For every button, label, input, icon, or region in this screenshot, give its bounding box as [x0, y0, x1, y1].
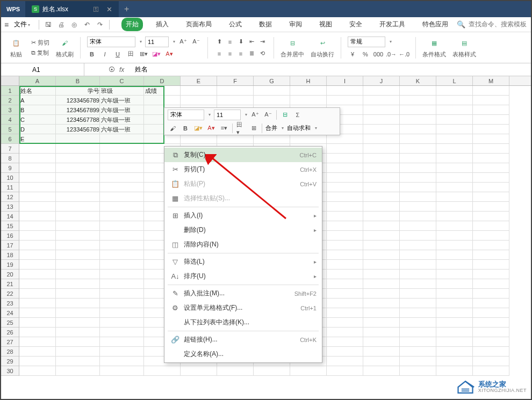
- fx-icon[interactable]: fx: [119, 66, 124, 74]
- cell[interactable]: [327, 173, 363, 183]
- file-menu[interactable]: 文件▾: [11, 19, 33, 30]
- mini-bold-icon[interactable]: B: [181, 123, 190, 133]
- cell[interactable]: [473, 366, 509, 376]
- cell[interactable]: [217, 134, 254, 144]
- ctx-item[interactable]: ⚙设置单元格格式(F)...Ctrl+1: [164, 301, 322, 315]
- cell[interactable]: [400, 163, 436, 173]
- cell[interactable]: [363, 231, 400, 241]
- align-top-icon[interactable]: ⬆: [214, 37, 224, 47]
- cell[interactable]: [100, 212, 144, 221]
- cell[interactable]: [56, 173, 100, 183]
- cell[interactable]: [56, 241, 100, 250]
- percent-icon[interactable]: %: [361, 49, 370, 59]
- tab-close-icon[interactable]: ✕: [106, 5, 112, 13]
- cell[interactable]: [144, 134, 181, 144]
- chevron-down-icon[interactable]: ▾: [173, 39, 175, 44]
- redo-icon[interactable]: ↷: [96, 21, 104, 28]
- cell[interactable]: [400, 270, 436, 279]
- col-header-G[interactable]: G: [254, 76, 290, 85]
- cell[interactable]: 姓名: [19, 86, 56, 96]
- cell[interactable]: [56, 163, 100, 173]
- cell[interactable]: [436, 231, 473, 241]
- row-header-4[interactable]: 4: [1, 115, 19, 125]
- cell[interactable]: [19, 202, 56, 212]
- cell[interactable]: [19, 270, 56, 279]
- increase-font-icon[interactable]: A⁺: [178, 37, 188, 47]
- font-name-select[interactable]: [87, 37, 135, 47]
- cell[interactable]: [436, 192, 473, 202]
- cell[interactable]: [400, 308, 436, 318]
- tab-view[interactable]: 视图: [315, 18, 336, 31]
- cell[interactable]: [363, 154, 400, 163]
- name-box[interactable]: A1: [1, 63, 84, 76]
- row-header-11[interactable]: 11: [1, 183, 19, 192]
- cell[interactable]: [436, 289, 473, 299]
- cell[interactable]: [473, 105, 509, 115]
- cell[interactable]: [400, 173, 436, 183]
- ctx-item[interactable]: 从下拉列表中选择(K)...: [164, 315, 322, 330]
- cell[interactable]: [363, 125, 400, 134]
- cell[interactable]: 学号: [56, 86, 100, 96]
- row-header-26[interactable]: 26: [1, 328, 19, 337]
- cell[interactable]: [56, 202, 100, 212]
- paste-button[interactable]: 📋 粘贴: [8, 37, 25, 59]
- row-header-23[interactable]: 23: [1, 299, 19, 308]
- cell[interactable]: [254, 86, 290, 96]
- indent-decrease-icon[interactable]: ⇤: [247, 37, 256, 47]
- cell[interactable]: 班级: [100, 86, 144, 96]
- cell[interactable]: [144, 366, 181, 376]
- col-header-L[interactable]: L: [436, 76, 473, 85]
- print-icon[interactable]: 🖨: [57, 21, 65, 28]
- cell[interactable]: [363, 250, 400, 260]
- cell[interactable]: [217, 96, 254, 105]
- mini-merge-icon[interactable]: ⊟: [280, 110, 290, 120]
- cell[interactable]: [217, 86, 254, 96]
- decrease-font-icon[interactable]: A⁻: [191, 37, 201, 47]
- cell[interactable]: [100, 173, 144, 183]
- cell[interactable]: [100, 289, 144, 299]
- mini-fontcolor-icon[interactable]: A▾: [206, 123, 216, 133]
- cell[interactable]: [100, 231, 144, 241]
- cell[interactable]: [473, 289, 509, 299]
- cell[interactable]: [400, 357, 436, 366]
- cell[interactable]: [473, 163, 509, 173]
- cell[interactable]: [19, 144, 56, 154]
- cell[interactable]: [473, 250, 509, 260]
- cell[interactable]: [100, 144, 144, 154]
- cell[interactable]: [400, 96, 436, 105]
- cell[interactable]: [473, 308, 509, 318]
- cell[interactable]: [254, 134, 290, 144]
- cell[interactable]: [363, 96, 400, 105]
- cell[interactable]: [473, 299, 509, 308]
- format-painter-button[interactable]: 🖌 格式刷: [54, 37, 76, 59]
- cell[interactable]: [400, 134, 436, 144]
- file-tab[interactable]: S 姓名.xlsx ⚿ ✕: [25, 1, 119, 17]
- cell[interactable]: [100, 337, 144, 347]
- cell[interactable]: [327, 241, 363, 250]
- align-center-icon[interactable]: ≡: [225, 49, 235, 59]
- cell[interactable]: [56, 347, 100, 357]
- cell[interactable]: [19, 279, 56, 289]
- col-header-A[interactable]: A: [19, 76, 56, 85]
- cell[interactable]: [19, 337, 56, 347]
- row-header-6[interactable]: 6: [1, 134, 19, 144]
- cell[interactable]: [436, 221, 473, 231]
- cell[interactable]: [473, 212, 509, 221]
- cell[interactable]: [327, 270, 363, 279]
- cell[interactable]: [473, 96, 509, 105]
- row-header-27[interactable]: 27: [1, 337, 19, 347]
- cell[interactable]: [327, 299, 363, 308]
- table-style-button[interactable]: ▤ 表格样式: [450, 37, 478, 59]
- comma-icon[interactable]: 000: [373, 49, 383, 59]
- cell[interactable]: [100, 134, 144, 144]
- cell[interactable]: [436, 357, 473, 366]
- cell[interactable]: [436, 347, 473, 357]
- cell[interactable]: [400, 347, 436, 357]
- cell[interactable]: [290, 96, 327, 105]
- tab-security[interactable]: 安全: [345, 18, 366, 31]
- cell[interactable]: [400, 318, 436, 328]
- cell[interactable]: [100, 279, 144, 289]
- cell[interactable]: [327, 357, 363, 366]
- cell[interactable]: [56, 134, 100, 144]
- cell[interactable]: [473, 328, 509, 337]
